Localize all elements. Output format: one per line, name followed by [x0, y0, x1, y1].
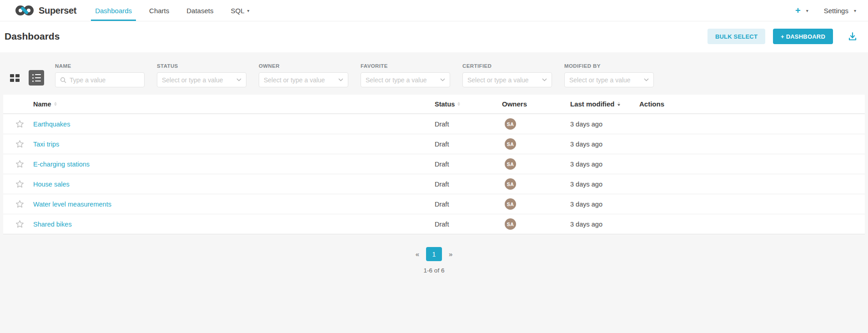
dashboards-table: Name Status Owners [3, 95, 865, 234]
chevron-down-icon [542, 78, 547, 81]
sort-by-last-modified[interactable]: Last modified [570, 100, 620, 108]
superset-logo[interactable]: Superset [15, 0, 76, 21]
name-filter-input[interactable] [70, 76, 140, 84]
avatar: SA [505, 158, 516, 170]
next-page-button[interactable]: » [449, 250, 452, 258]
card-view-toggle[interactable] [7, 70, 22, 86]
chevron-down-icon [338, 78, 343, 81]
dashboard-link[interactable]: Shared bikes [33, 221, 72, 228]
new-item-menu[interactable]: + ▾ [795, 6, 808, 15]
search-icon [60, 77, 66, 83]
favorite-star-icon[interactable] [15, 220, 24, 228]
sort-desc-icon [617, 102, 620, 106]
settings-menu[interactable]: Settings ▾ [824, 7, 856, 15]
status-badge: Draft [435, 141, 449, 148]
superset-infinity-icon [15, 4, 35, 17]
view-toggles [7, 70, 44, 86]
name-search-box [55, 72, 145, 87]
last-modified: 3 days ago [570, 141, 602, 148]
dashboard-link[interactable]: House sales [33, 181, 70, 188]
last-modified: 3 days ago [570, 221, 602, 228]
new-dashboard-button[interactable]: + DASHBOARD [773, 29, 833, 44]
filter-name: NAME [55, 63, 145, 87]
last-modified: 3 days ago [570, 121, 602, 128]
certified-filter-select[interactable]: Select or type a value [462, 72, 552, 87]
chevron-down-icon [236, 78, 241, 81]
sort-icon [54, 102, 57, 106]
page-header: Dashboards BULK SELECT + DASHBOARD [0, 21, 868, 52]
dashboard-link[interactable]: Taxi trips [33, 141, 59, 148]
filter-status: STATUS Select or type a value [157, 63, 246, 87]
favorite-star-icon[interactable] [15, 180, 24, 188]
bulk-select-button[interactable]: BULK SELECT [707, 29, 765, 44]
nav-item-sql[interactable]: SQL ▾ [222, 0, 258, 21]
column-actions: Actions [639, 100, 664, 108]
status-badge: Draft [435, 201, 449, 208]
sort-by-name[interactable]: Name [33, 101, 57, 108]
last-modified: 3 days ago [570, 161, 602, 168]
main-nav: Dashboards Charts Datasets SQL ▾ [86, 0, 258, 21]
grid-icon [10, 74, 20, 82]
filter-certified: CERTIFIED Select or type a value [462, 63, 552, 87]
prev-page-button[interactable]: « [416, 250, 419, 258]
status-badge: Draft [435, 181, 449, 188]
nav-item-datasets[interactable]: Datasets [178, 0, 222, 21]
table-row: House sales Draft SA 3 days ago [3, 174, 865, 194]
list-icon [32, 74, 41, 82]
navbar-right: + ▾ Settings ▾ [795, 0, 856, 21]
list-view-toggle[interactable] [29, 70, 44, 86]
table-row: Taxi trips Draft SA 3 days ago [3, 134, 865, 154]
dashboard-link[interactable]: Water level measurements [33, 201, 111, 208]
import-dashboards-button[interactable] [847, 31, 858, 42]
owner-filter-select[interactable]: Select or type a value [259, 72, 348, 87]
plus-icon: + [795, 6, 801, 15]
favorite-star-icon[interactable] [15, 160, 24, 168]
brand-name: Superset [39, 5, 76, 16]
table-row: Water level measurements Draft SA 3 days… [3, 194, 865, 214]
page-title: Dashboards [5, 31, 60, 42]
table-row: E-charging stations Draft SA 3 days ago [3, 154, 865, 174]
status-badge: Draft [435, 121, 449, 128]
pagination: « 1 » [3, 247, 865, 261]
chevron-down-icon [644, 78, 649, 81]
favorite-filter-select[interactable]: Select or type a value [361, 72, 450, 87]
sort-icon [457, 102, 460, 106]
page-1-button[interactable]: 1 [426, 247, 442, 261]
favorite-star-icon[interactable] [15, 200, 24, 208]
pagination-summary: 1-6 of 6 [3, 267, 865, 274]
filter-favorite: FAVORITE Select or type a value [361, 63, 450, 87]
header-actions: BULK SELECT + DASHBOARD [707, 29, 858, 44]
chevron-down-icon: ▾ [247, 8, 249, 13]
content-area: NAME STATUS Select or type a value [0, 52, 868, 333]
filter-owner: OWNER Select or type a value [259, 63, 348, 87]
chevron-down-icon: ▾ [854, 8, 856, 13]
filter-modified-by: MODIFIED BY Select or type a value [564, 63, 654, 87]
dashboard-link[interactable]: E-charging stations [33, 161, 90, 168]
status-filter-select[interactable]: Select or type a value [157, 72, 246, 87]
modified-by-filter-select[interactable]: Select or type a value [564, 72, 654, 87]
avatar: SA [505, 218, 516, 230]
superset-app: Superset Dashboards Charts Datasets SQL … [0, 0, 868, 333]
favorite-star-icon[interactable] [15, 140, 24, 148]
avatar: SA [505, 198, 516, 210]
nav-item-dashboards[interactable]: Dashboards [86, 0, 140, 21]
table-row: Earthquakes Draft SA 3 days ago [3, 114, 865, 134]
sort-by-status[interactable]: Status [435, 101, 460, 108]
status-badge: Draft [435, 161, 449, 168]
dashboard-link[interactable]: Earthquakes [33, 121, 70, 128]
chevron-down-icon: ▾ [806, 8, 808, 13]
column-owners: Owners [502, 100, 527, 108]
filter-bar: NAME STATUS Select or type a value [3, 52, 865, 95]
nav-item-charts[interactable]: Charts [140, 0, 178, 21]
avatar: SA [505, 178, 516, 190]
table-header-row: Name Status Owners [3, 95, 865, 114]
import-icon [847, 31, 858, 42]
avatar: SA [505, 118, 516, 130]
chevron-down-icon [440, 78, 445, 81]
last-modified: 3 days ago [570, 181, 602, 188]
favorite-star-icon[interactable] [15, 120, 24, 128]
status-badge: Draft [435, 221, 449, 228]
avatar: SA [505, 138, 516, 150]
filter-name-label: NAME [55, 63, 145, 69]
top-navbar: Superset Dashboards Charts Datasets SQL … [0, 0, 868, 21]
